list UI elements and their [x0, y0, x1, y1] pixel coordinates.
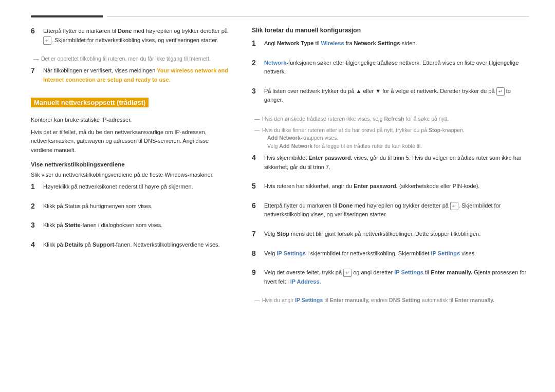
section-title-manual: Manuelt nettverksoppsett (trådløst): [31, 98, 149, 107]
enter-key-icon-9: ↵: [343, 269, 351, 277]
right-note-3b: Hvis du ikke finner ruteren etter at du …: [252, 126, 529, 151]
left-step-4: 4 Klikk på Details på Support-fanen. Net…: [31, 240, 231, 255]
right-note-9: Hvis du angir IP Settings til Enter manu…: [252, 296, 529, 305]
wireless-ready-text: Your wireless network and Internet conne…: [43, 67, 228, 83]
enter-key-icon-6: ↵: [450, 202, 458, 210]
left-intro-2: Hvis det er tilfellet, må du be den nett…: [31, 128, 231, 155]
right-step-8: 8 Velg IP Settings i skjermbildet for ne…: [252, 249, 529, 264]
right-step-7: 7 Velg Stop mens det blir gjort forsøk p…: [252, 230, 529, 244]
left-item-7: 7 Når tilkoblingen er verifisert, vises …: [31, 66, 231, 89]
right-step-4: 4 Hvis skjermbildet Enter password. vise…: [252, 154, 529, 177]
right-column: Slik foretar du manuell konfigurasjon 1 …: [252, 27, 529, 308]
right-step-1: 1 Angi Network Type til Wireless fra Net…: [252, 39, 529, 53]
right-step-5: 5 Hvis ruteren har sikkerhet, angir du E…: [252, 182, 529, 196]
right-step-2: 2 Network-funksjonen søker etter tilgjen…: [252, 59, 529, 82]
left-step-1: 1 Høyreklikk på nettverksikonet nederst …: [31, 182, 231, 197]
right-section-title: Slik foretar du manuell konfigurasjon: [252, 27, 529, 34]
right-step-9: 9 Velg det øverste feltet, trykk på ↵ og…: [252, 268, 529, 291]
left-item-6: 6 Etterpå flytter du markøren til Done m…: [31, 27, 231, 50]
subsection-title-values: Vise nettverkstilkoblingsverdiene: [31, 161, 231, 167]
top-rule: [31, 15, 529, 17]
left-note-1: Det er opprettet tilkobling til ruteren,…: [31, 55, 231, 63]
right-step-3: 3 På listen over nettverk trykker du på …: [252, 87, 529, 110]
left-column: 6 Etterpå flytter du markøren til Done m…: [31, 27, 231, 308]
enter-key-icon: ↵: [43, 36, 51, 45]
right-step-6: 6 Etterpå flytter du markøren til Done m…: [252, 201, 529, 225]
enter-key-icon-3: ↵: [496, 87, 505, 96]
left-step-3: 3 Klikk på Støtte-fanen i dialogboksen s…: [31, 221, 231, 235]
subsection-intro: Slik viser du nettverkstilkoblingsverdie…: [31, 171, 231, 180]
left-intro-1: Kontorer kan bruke statiske IP-adresser.: [31, 116, 231, 125]
left-step-2: 2 Klikk på Status på hurtigmenyen som vi…: [31, 202, 231, 216]
right-note-3a: Hvis den ønskede trådløse ruteren ikke v…: [252, 115, 529, 123]
